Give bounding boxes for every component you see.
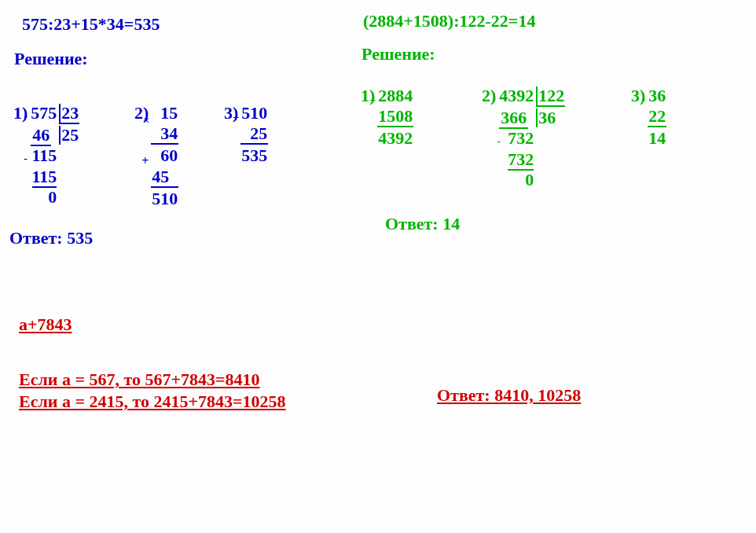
- div-rem1: 732: [508, 128, 534, 148]
- quotient: 36: [536, 108, 565, 127]
- div-line2: 732: [508, 149, 534, 171]
- sub-result: 14: [648, 129, 666, 148]
- plus-sign: +: [233, 112, 239, 123]
- p1-solution-label: Решение:: [14, 49, 88, 69]
- add-result: 4392: [377, 129, 413, 148]
- quotient: 25: [59, 126, 79, 145]
- minus-sign: -: [492, 93, 496, 105]
- plus-sign: +: [369, 94, 376, 106]
- dividend: 4392: [499, 86, 534, 105]
- add-result: 535: [240, 146, 268, 165]
- dividend: 575: [31, 103, 57, 123]
- p2-step2: 2) - 4392 122 366 36 - 732 732 0: [479, 85, 567, 191]
- p3-line1: Если а = 567, то 567+7843=8410: [19, 369, 260, 390]
- mult-result: 510: [151, 189, 178, 208]
- p2-solution-label: Решение:: [361, 44, 435, 64]
- div-line1: 46: [31, 125, 51, 146]
- add-b: 25: [240, 124, 268, 145]
- p2-answer: Ответ: 14: [385, 214, 460, 234]
- p1-equation: 575:23+15*34=535: [22, 14, 160, 35]
- div-rem2: 0: [30, 188, 57, 207]
- div-rem2: 0: [498, 171, 534, 189]
- p1-answer: Ответ: 535: [9, 228, 93, 248]
- p2-equation: (2884+1508):122-22=14: [363, 11, 535, 31]
- minus-sign: -: [641, 93, 645, 105]
- divisor: 122: [536, 86, 565, 107]
- p2-step1: 1) + 2884 1508 4392: [358, 85, 415, 150]
- mult-a: 15: [160, 103, 178, 123]
- minus-sign: -: [497, 135, 501, 147]
- sub-a: 36: [648, 86, 666, 105]
- minus-sign: -: [24, 153, 28, 164]
- p3-expression: а+7843: [19, 314, 72, 335]
- p3-answer: Ответ: 8410, 10258: [437, 385, 581, 406]
- add-a: 2884: [378, 86, 413, 105]
- p2-step3: 3) - 36 22 14: [629, 85, 668, 150]
- div-rem1: 115: [32, 145, 57, 165]
- div-line1: 366: [499, 108, 528, 129]
- p1-step2: 2) × 15 34 + 60 45 510: [132, 102, 180, 210]
- sub-b: 22: [648, 107, 666, 127]
- mult-p2: 45: [152, 167, 169, 186]
- minus-sign: -: [24, 110, 28, 122]
- p1-step3: 3) + 510 25 535: [222, 102, 270, 167]
- p1-step1: 1) - 575 23 46 25 - 115 115: [11, 102, 81, 208]
- p3-line2: Если а = 2415, то 2415+7843=10258: [19, 391, 286, 412]
- add-b: 1508: [377, 107, 413, 127]
- mult-p1: 60: [160, 145, 178, 165]
- div-line2: 115: [32, 167, 57, 188]
- plus-sign: +: [141, 154, 149, 168]
- times-sign: ×: [143, 115, 149, 127]
- add-a: 510: [241, 103, 267, 123]
- mult-b: 34: [151, 124, 178, 145]
- divisor: 23: [59, 104, 79, 124]
